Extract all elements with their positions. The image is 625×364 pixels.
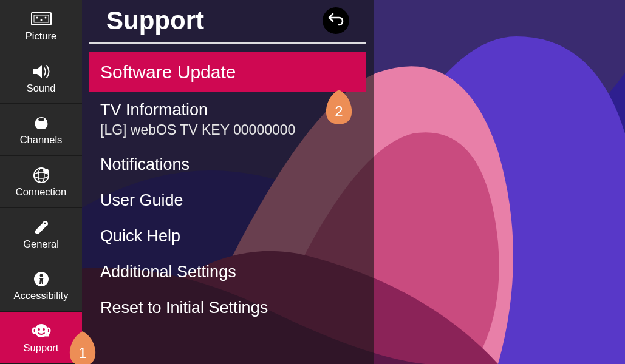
menu-item-quick-help[interactable]: Quick Help: [89, 218, 366, 254]
support-panel: Support Software Update TV Information […: [82, 0, 374, 364]
menu-item-label: Software Update: [100, 62, 355, 83]
sidebar-item-label: Connection: [16, 186, 66, 198]
menu-item-label: Quick Help: [100, 227, 355, 246]
support-icon: [30, 322, 52, 341]
annotation-number: 2: [325, 103, 353, 120]
sidebar-item-label: Accessibility: [14, 290, 69, 302]
menu-item-sub: [LG] webOS TV KEY 00000000: [100, 122, 355, 138]
menu-item-reset-initial[interactable]: Reset to Initial Settings: [89, 290, 366, 326]
back-icon: [328, 13, 344, 29]
svg-point-5: [44, 16, 46, 18]
menu-item-label: User Guide: [100, 191, 355, 210]
svg-rect-2: [34, 15, 49, 22]
sidebar-item-label: Support: [24, 342, 59, 354]
sidebar-item-label: Sound: [27, 83, 56, 94]
wrench-icon: [30, 218, 52, 237]
sidebar-item-connection[interactable]: Connection: [0, 156, 82, 208]
annotation-callout-1: 1: [69, 331, 97, 364]
sidebar-item-picture[interactable]: Picture: [0, 0, 82, 52]
svg-point-12: [39, 274, 43, 277]
menu-item-label: Reset to Initial Settings: [100, 298, 355, 317]
annotation-number: 1: [69, 345, 97, 362]
menu-item-label: TV Information: [100, 101, 355, 120]
menu-item-label: Additional Settings: [100, 263, 355, 281]
svg-point-3: [36, 16, 38, 18]
settings-sidebar: Picture Sound Channels Connection Genera…: [0, 0, 82, 364]
sidebar-item-channels[interactable]: Channels: [0, 104, 82, 156]
annotation-callout-2: 2: [325, 90, 353, 125]
panel-title: Support: [106, 6, 204, 35]
menu-item-notifications[interactable]: Notifications: [89, 147, 366, 183]
svg-point-9: [38, 168, 44, 183]
panel-header: Support: [89, 0, 366, 44]
sidebar-item-sound[interactable]: Sound: [0, 52, 82, 104]
channels-icon: [30, 113, 52, 133]
picture-icon: [30, 10, 52, 29]
svg-point-4: [40, 19, 42, 21]
sidebar-item-label: General: [23, 238, 59, 250]
sidebar-item-general[interactable]: General: [0, 208, 82, 260]
menu-item-software-update[interactable]: Software Update: [89, 52, 366, 92]
sidebar-item-label: Channels: [20, 134, 63, 146]
svg-point-6: [38, 118, 44, 121]
svg-point-14: [38, 328, 40, 331]
svg-rect-1: [32, 13, 51, 25]
menu-item-label: Notifications: [100, 155, 355, 174]
svg-point-15: [43, 328, 45, 331]
sidebar-item-label: Picture: [26, 30, 56, 42]
support-menu-list: Software Update TV Information [LG] webO…: [82, 44, 374, 326]
connection-icon: [30, 166, 52, 185]
menu-item-user-guide[interactable]: User Guide: [89, 183, 366, 218]
menu-item-additional-settings[interactable]: Additional Settings: [89, 254, 366, 290]
sidebar-item-accessibility[interactable]: Accessibility: [0, 260, 82, 312]
sound-icon: [30, 62, 52, 81]
back-button[interactable]: [323, 7, 349, 34]
accessibility-icon: [30, 269, 52, 289]
svg-point-10: [44, 169, 49, 174]
